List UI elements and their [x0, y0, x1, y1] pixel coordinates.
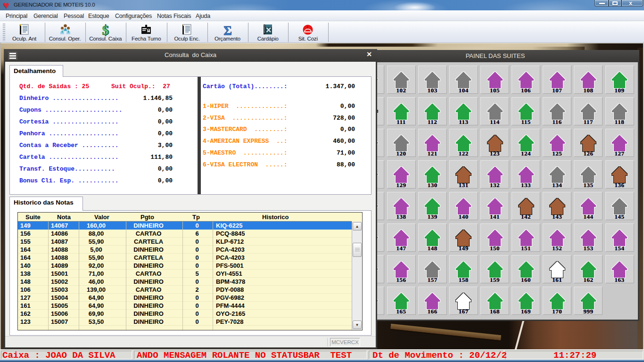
svg-text:Σ: Σ — [223, 24, 232, 36]
svg-text:$: $ — [101, 24, 108, 36]
